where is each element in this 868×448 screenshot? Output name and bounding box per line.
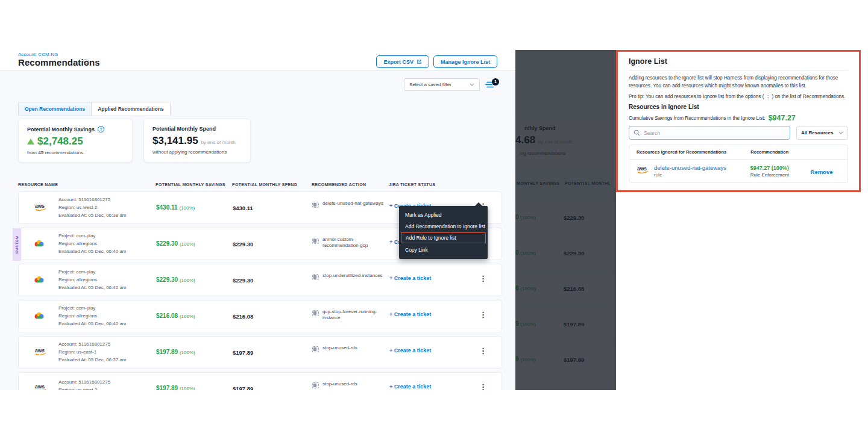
spend-cell: $229.30 [233,241,253,247]
spend-amount: $3,141.95 [153,135,198,146]
rule-icon [312,238,319,244]
recommendations-page: Account: CCM-NG Recommendations ⓘ Export… [0,50,515,390]
filter-count-badge: 1 [492,78,499,86]
create-ticket-link[interactable]: + Create a ticket [389,347,431,353]
modal-pro-tip: Pro tip: You can add resources to Ignore… [629,93,848,99]
gcp-icon [34,311,44,322]
savings-cell: $216.08 (100%) [156,313,195,319]
rule-icon [312,274,319,280]
modal-title: Ignore List [629,57,848,66]
ignored-resource-link[interactable]: delete-unused-nat-gateways [654,164,726,171]
resource-details: Account: 511616801275 Region: us-east-1 … [58,341,127,364]
recommendations-tabs: Open Recommendations Applied Recommendat… [18,102,171,116]
rule-icon [312,202,319,208]
savings-subtitle: from 45 recommendations [27,150,124,155]
aws-icon: aws [34,347,47,358]
page-content: Select a saved filter 1 Open Recommendat… [0,71,515,390]
ignore-list-row: aws delete-unused-nat-gateways rule $947… [629,160,848,182]
savings-cell: $197.89 (100%) [156,385,195,390]
action-cell: anmol-custom-recommendation-gcp [312,237,385,249]
savings-amount: $2,748.25 [37,135,83,148]
svg-text:aws: aws [35,384,45,390]
tab-applied-recommendations[interactable]: Applied Recommendations [91,102,170,116]
svg-text:aws: aws [637,166,647,172]
row-context-menu: Mark as Applied Add Recommendation to Ig… [399,206,488,259]
resource-details: Project: ccm-play Region: allregions Eva… [58,232,127,255]
rule-icon [312,382,319,388]
spend-cell: $229.30 [233,277,253,284]
savings-cell: $229.30 (100%) [156,276,195,283]
filter-button[interactable]: 1 [485,80,497,90]
action-cell: gcp-stop-forever-running-instance [312,309,385,322]
ignored-source: Rule Enforcement [737,172,803,178]
ignored-resource-type: rule [654,172,726,178]
create-ticket-link[interactable]: + Create a ticket [389,311,431,317]
aws-icon: aws [34,203,47,214]
modal-dim-overlay [515,50,616,390]
export-csv-button[interactable]: Export CSV [376,55,429,68]
potential-savings-card: Potential Monthly Savings ? $2,748.25 fr… [18,119,133,163]
manage-ignore-list-button[interactable]: Manage Ignore List [433,55,497,68]
resource-details: Account: 511616801275 Region: us-west-2 … [58,196,127,219]
create-ticket-link[interactable]: + Create a ticket [389,384,431,390]
action-cell: stop-underutilized-instances [312,273,385,280]
gcp-icon [34,275,44,286]
tab-open-recommendations[interactable]: Open Recommendations [19,102,91,116]
help-icon[interactable]: ? [98,126,104,132]
table-row[interactable]: Project: ccm-play Region: allregions Eva… [18,264,502,296]
ignore-list-modal: Ignore List Adding resources to the Igno… [616,50,861,192]
account-breadcrumb[interactable]: Account: CCM-NG [18,52,58,57]
spend-cell: $197.89 [233,385,253,390]
savings-cell: $197.89 (100%) [156,349,195,355]
resources-section-title: Resources in Ignore List [629,104,848,110]
rule-icon [312,346,319,352]
resource-details: Project: ccm-play Region: allregions Eva… [58,269,127,291]
savings-cell: $430.11 (100%) [156,204,195,211]
ignored-savings: $947.27 (100%) [737,165,803,171]
cumulative-savings: Cumulative Savings from Recommendations … [629,114,848,122]
screenshot-canvas: Account: CCM-NG Recommendations ⓘ Export… [0,0,868,448]
create-ticket-link[interactable]: + Create a ticket [389,275,431,281]
dimmed-page-strip: nthly Spend 4.68 by end of month ing rec… [515,50,616,390]
spend-cell: $197.89 [233,349,253,356]
remove-button[interactable]: Remove [811,169,833,175]
page-header: Account: CCM-NG Recommendations ⓘ Export… [0,50,515,70]
menu-item-add-rule-to-ignore-list[interactable]: Add Rule to Ignore list [401,232,486,243]
action-cell: delete-unused-nat-gateways [312,201,385,208]
action-cell: stop-unused-rds [312,381,385,388]
row-options-button[interactable]: ⋮ [477,310,489,319]
chevron-down-icon [838,131,843,134]
modal-description: Adding resources to the Ignore list will… [629,75,848,90]
search-icon [634,129,640,136]
table-row[interactable]: Project: ccm-play Region: allregions Eva… [18,300,502,332]
row-options-button[interactable]: ⋮ [477,382,489,390]
resource-type-select[interactable]: All Resources [796,126,848,140]
gcp-icon [34,239,44,250]
external-link-icon [417,59,422,64]
resource-details: Project: ccm-play Region: allregions Eva… [58,305,127,328]
row-options-button[interactable]: ⋮ [477,346,489,355]
svg-text:aws: aws [35,347,45,353]
resource-details: Account: 511616801275 Region: us-west-2 [58,379,110,390]
svg-text:aws: aws [35,203,45,209]
table-row[interactable]: aws Account: 511616801275 Region: us-eas… [18,336,502,369]
cumulative-amount: $947.27 [769,114,796,122]
search-input[interactable] [629,126,790,140]
custom-tag: CUSTOM [13,228,21,261]
spend-subtitle: without applying recommendations [153,149,242,155]
table-row[interactable]: aws Account: 511616801275 Region: us-wes… [18,372,502,390]
savings-leaf-icon [27,138,34,145]
menu-item-add-recommendation-to-ignore-list[interactable]: Add Recommendation to Ignore list [399,220,488,232]
aws-icon: aws [34,384,47,390]
spend-cell: $216.08 [233,313,253,320]
chevron-down-icon [470,83,474,86]
aws-icon: aws [637,166,649,176]
potential-spend-card: Potential Monthly Spend $3,141.95 by end… [143,119,251,163]
kebab-icon: ⋮ [766,94,771,100]
spend-cell: $430.11 [233,205,253,211]
menu-item-mark-as-applied[interactable]: Mark as Applied [399,209,488,220]
row-options-button[interactable]: ⋮ [477,274,489,283]
menu-item-copy-link[interactable]: Copy Link [399,244,488,255]
savings-cell: $229.30 (100%) [156,240,195,247]
saved-filter-select[interactable]: Select a saved filter [404,78,480,91]
